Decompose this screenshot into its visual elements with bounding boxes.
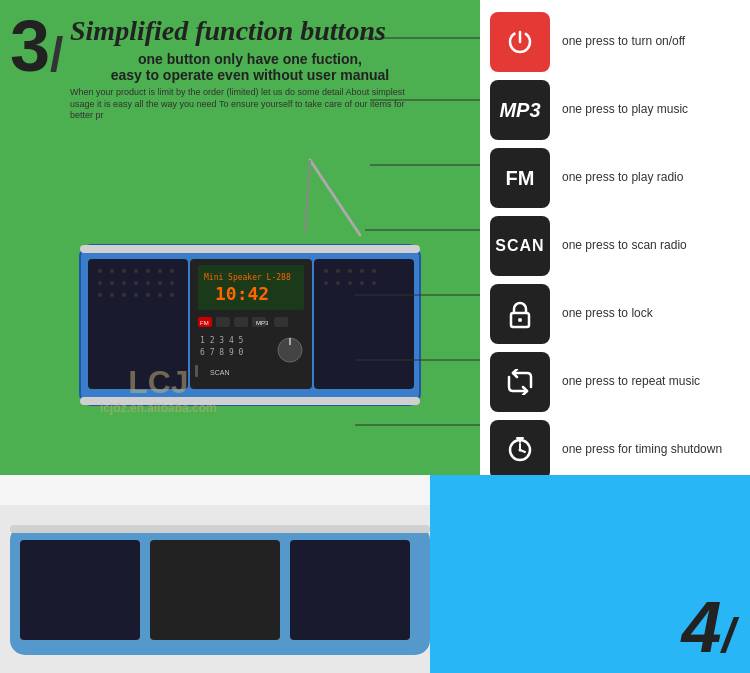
button-row-power: one press to turn on/off	[480, 8, 750, 76]
scan-button-label: one press to scan radio	[562, 238, 687, 254]
svg-rect-55	[274, 317, 288, 327]
svg-point-36	[336, 269, 340, 273]
svg-point-15	[122, 269, 126, 273]
svg-point-13	[98, 269, 102, 273]
mp3-button-icon: MP3	[490, 80, 550, 140]
repeat-button-label: one press to repeat music	[562, 374, 700, 390]
button-row-timer: one press for timing shutdown	[480, 416, 750, 484]
title-area: Simplified function buttons one button o…	[70, 15, 430, 122]
button-row-lock: one press to lock	[480, 280, 750, 348]
svg-point-37	[348, 269, 352, 273]
svg-point-16	[134, 269, 138, 273]
svg-point-29	[122, 293, 126, 297]
svg-rect-52	[234, 317, 248, 327]
timer-button-icon	[490, 420, 550, 480]
small-text: When your product is limit by the order …	[70, 87, 430, 122]
mp3-button-label: one press to play music	[562, 102, 688, 118]
watermark-logo: LCJ lcjdz.en.alibaba.com	[100, 364, 217, 415]
bottom-right-panel: 4	[430, 475, 750, 673]
svg-point-38	[360, 269, 364, 273]
svg-point-28	[110, 293, 114, 297]
svg-point-69	[519, 449, 522, 452]
repeat-button-icon	[490, 352, 550, 412]
svg-point-27	[98, 293, 102, 297]
top-section: 3 Simplified function buttons one button…	[0, 0, 750, 475]
svg-point-22	[122, 281, 126, 285]
fm-text: FM	[506, 167, 535, 190]
svg-point-65	[518, 318, 522, 322]
svg-text:1 2 3 4 5: 1 2 3 4 5	[200, 336, 244, 345]
button-row-repeat: one press to repeat music	[480, 348, 750, 416]
svg-rect-10	[80, 245, 420, 253]
svg-point-35	[324, 269, 328, 273]
svg-rect-51	[216, 317, 230, 327]
svg-point-41	[336, 281, 340, 285]
svg-text:Mini Speaker L-288: Mini Speaker L-288	[204, 273, 291, 282]
svg-text:MP3: MP3	[256, 320, 269, 326]
power-button-icon	[490, 12, 550, 72]
fm-button-label: one press to play radio	[562, 170, 683, 186]
svg-rect-77	[150, 540, 280, 640]
svg-point-20	[98, 281, 102, 285]
mp3-text: MP3	[499, 99, 540, 122]
svg-text:10:42: 10:42	[215, 283, 269, 304]
svg-point-39	[372, 269, 376, 273]
left-panel: 3 Simplified function buttons one button…	[0, 0, 480, 475]
fm-button-icon: FM	[490, 148, 550, 208]
svg-point-19	[170, 269, 174, 273]
lock-button-icon	[490, 284, 550, 344]
lock-button-label: one press to lock	[562, 306, 653, 322]
svg-point-44	[372, 281, 376, 285]
radio-image: Mini Speaker L-288 10:42 FM MP3 1 2 3 4 …	[20, 155, 460, 455]
svg-point-42	[348, 281, 352, 285]
button-row-mp3: MP3 one press to play music	[480, 76, 750, 144]
section-number: 3	[10, 10, 63, 82]
svg-rect-75	[20, 540, 140, 640]
svg-point-43	[360, 281, 364, 285]
svg-point-30	[134, 293, 138, 297]
svg-point-25	[158, 281, 162, 285]
svg-line-8	[305, 160, 310, 233]
svg-point-32	[158, 293, 162, 297]
right-panel: one press to turn on/off MP3 one press t…	[480, 0, 750, 475]
svg-line-7	[310, 160, 360, 235]
scan-text: SCAN	[495, 237, 544, 255]
svg-text:FM: FM	[200, 320, 209, 326]
main-title: Simplified function buttons	[70, 15, 430, 47]
bottom-left-panel	[0, 475, 430, 673]
svg-point-31	[146, 293, 150, 297]
sub-title: one button only have one fuction, easy t…	[70, 51, 430, 83]
timer-button-label: one press for timing shutdown	[562, 442, 722, 458]
svg-point-17	[146, 269, 150, 273]
svg-rect-74	[10, 525, 430, 533]
svg-point-23	[134, 281, 138, 285]
scan-button-icon: SCAN	[490, 216, 550, 276]
svg-rect-76	[290, 540, 410, 640]
svg-point-33	[170, 293, 174, 297]
svg-point-40	[324, 281, 328, 285]
bottom-section: 4	[0, 475, 750, 673]
svg-point-24	[146, 281, 150, 285]
svg-rect-34	[314, 259, 414, 389]
svg-point-26	[170, 281, 174, 285]
bottom-section-number: 4	[682, 591, 735, 663]
svg-text:6 7 8 9 0: 6 7 8 9 0	[200, 348, 244, 357]
svg-point-21	[110, 281, 114, 285]
svg-point-18	[158, 269, 162, 273]
power-button-label: one press to turn on/off	[562, 34, 685, 50]
svg-point-14	[110, 269, 114, 273]
button-row-fm: FM one press to play radio	[480, 144, 750, 212]
button-row-scan: SCAN one press to scan radio	[480, 212, 750, 280]
